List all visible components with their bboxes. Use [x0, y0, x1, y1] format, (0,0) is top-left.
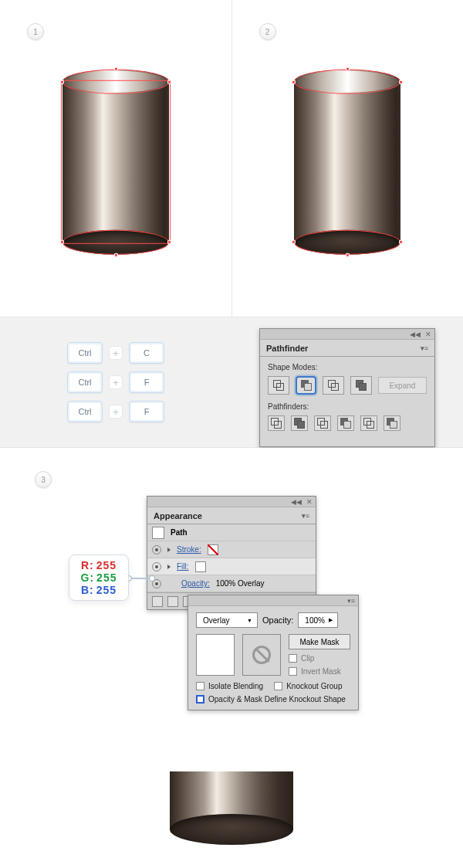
cylinder-body	[63, 82, 169, 242]
collapse-icon[interactable]: ◀◀	[410, 331, 421, 338]
opacity-mask-define-checkbox[interactable]	[196, 695, 204, 704]
clip-label: Clip	[301, 654, 314, 663]
make-mask-button[interactable]: Make Mask	[289, 634, 350, 649]
knockout-group-checkbox[interactable]	[274, 682, 282, 690]
visibility-icon[interactable]	[152, 545, 161, 554]
fill-link[interactable]: Fill:	[177, 562, 189, 571]
panel-step-2: 2	[232, 0, 464, 317]
keycap-ctrl: Ctrl	[67, 371, 103, 393]
cylinder-3	[170, 771, 293, 845]
rgb-callout: R:255 G:255 B:255	[69, 554, 129, 601]
cylinder-stage-2	[294, 70, 400, 255]
path-thumb-icon	[152, 527, 164, 539]
chevron-right-icon[interactable]: ▶	[329, 617, 333, 623]
knockout-label: Knockout Group	[286, 682, 342, 690]
stroke-link[interactable]: Stroke:	[177, 545, 201, 554]
keycap-ctrl: Ctrl	[67, 401, 103, 422]
minus-back-button[interactable]	[384, 415, 400, 431]
appearance-stroke-row[interactable]: Stroke:	[147, 541, 316, 558]
blend-mode-select[interactable]: Overlay▼	[196, 612, 258, 628]
keycap-c: C	[129, 342, 164, 364]
keycap-f: F	[129, 401, 164, 422]
panel-titlebar[interactable]: ◀◀ ✕	[147, 497, 316, 507]
no-mask-icon	[252, 646, 271, 664]
appearance-panel[interactable]: ◀◀ ✕ Appearance▾≡ Path Stroke: Fill:	[147, 496, 316, 610]
visibility-icon[interactable]	[152, 562, 161, 571]
stroke-swatch[interactable]	[208, 544, 218, 555]
step-badge-3: 3	[35, 471, 52, 488]
exclude-button[interactable]	[350, 376, 372, 395]
disclosure-icon[interactable]	[167, 565, 171, 569]
expand-button[interactable]: Expand	[378, 377, 427, 394]
cylinder-body	[294, 82, 400, 242]
trim-button[interactable]	[291, 415, 308, 431]
cylinder-bottom-ellipse	[170, 814, 293, 845]
new-stroke-icon[interactable]	[167, 596, 178, 607]
close-icon[interactable]: ✕	[425, 331, 431, 338]
cylinder-bottom-ellipse	[294, 230, 400, 255]
collapse-icon[interactable]: ◀◀	[291, 498, 302, 506]
shortcuts: Ctrl + C Ctrl + F Ctrl + F	[0, 317, 231, 447]
panel-step-1: 1	[0, 0, 232, 317]
appearance-path-row[interactable]: Path	[147, 524, 316, 541]
cylinder-2	[294, 70, 400, 255]
panel-tab[interactable]: Pathfinder▾≡	[260, 340, 434, 357]
panel-titlebar[interactable]: ◀◀ ✕	[260, 329, 434, 340]
shortcut-row: Ctrl + F	[67, 401, 164, 422]
no-appearance-icon[interactable]	[152, 596, 163, 607]
rgb-connector	[129, 578, 152, 579]
invert-label: Invert Mask	[301, 667, 341, 676]
flyout-icon[interactable]: ▾≡	[347, 597, 355, 605]
opacity-label: Opacity:	[262, 615, 293, 625]
keycap-f: F	[129, 371, 164, 393]
isolate-label: Isolate Blending	[208, 682, 263, 690]
disclosure-icon[interactable]	[167, 548, 171, 552]
isolate-blending-checkbox[interactable]	[196, 682, 204, 690]
plus-icon: +	[109, 346, 123, 360]
outline-button[interactable]	[360, 415, 377, 431]
panel-step-3: 3 ◀◀ ✕ Appearance▾≡ Path Stroke:	[0, 448, 463, 868]
cylinder-1	[63, 70, 169, 255]
appearance-fill-row[interactable]: Fill:	[147, 558, 316, 575]
define-label: Opacity & Mask Define Knockout Shape	[208, 695, 346, 704]
plus-icon: +	[109, 405, 123, 419]
panel-tab[interactable]: Appearance▾≡	[147, 507, 316, 524]
top-panels: 1 2	[0, 0, 463, 317]
invert-mask-checkbox[interactable]	[289, 667, 297, 676]
shortcut-row: Ctrl + F	[67, 371, 164, 393]
cylinder-bottom-ellipse	[63, 230, 169, 255]
divide-button[interactable]	[268, 415, 285, 431]
pathfinders-label: Pathfinders:	[268, 402, 427, 411]
opacity-input[interactable]: 100%▶	[298, 612, 338, 628]
step-badge-2: 2	[259, 23, 276, 40]
pathfinder-panel[interactable]: ◀◀ ✕ Pathfinder▾≡ Shape Modes: Expand Pa…	[259, 328, 435, 447]
cylinder-top-ellipse	[294, 70, 400, 94]
flyout-icon[interactable]: ▾≡	[302, 512, 309, 520]
unite-button[interactable]	[268, 376, 289, 395]
minus-front-button[interactable]	[296, 376, 317, 395]
path-label: Path	[171, 528, 188, 537]
step-badge-1: 1	[27, 23, 44, 40]
shape-modes-label: Shape Modes:	[268, 363, 427, 371]
transparency-thumb[interactable]	[196, 634, 235, 676]
clip-checkbox[interactable]	[289, 654, 297, 663]
mid-band: Ctrl + C Ctrl + F Ctrl + F ◀◀ ✕ Pathfind…	[0, 317, 463, 447]
chevron-down-icon: ▼	[247, 618, 252, 623]
pathfinder-wrap: ◀◀ ✕ Pathfinder▾≡ Shape Modes: Expand Pa…	[231, 317, 463, 447]
appearance-opacity-row[interactable]: Opacity: 100% Overlay	[147, 575, 316, 592]
shortcut-row: Ctrl + C	[67, 342, 164, 364]
panel-titlebar[interactable]: ▾≡	[188, 595, 358, 606]
close-icon[interactable]: ✕	[306, 498, 313, 506]
opacity-link[interactable]: Opacity:	[181, 579, 210, 588]
intersect-button[interactable]	[323, 376, 344, 395]
keycap-ctrl: Ctrl	[67, 342, 103, 364]
cylinder-stage-1	[63, 70, 169, 255]
transparency-mask-thumb[interactable]	[242, 634, 281, 676]
crop-button[interactable]	[337, 415, 354, 431]
cylinder-top-ellipse	[63, 70, 169, 94]
fill-swatch[interactable]	[195, 561, 206, 572]
cylinder-stage-3	[170, 771, 293, 845]
merge-button[interactable]	[314, 415, 331, 431]
transparency-panel[interactable]: ▾≡ Overlay▼ Opacity: 100%▶ Make Mask Cli…	[188, 595, 359, 710]
flyout-icon[interactable]: ▾≡	[421, 344, 428, 352]
